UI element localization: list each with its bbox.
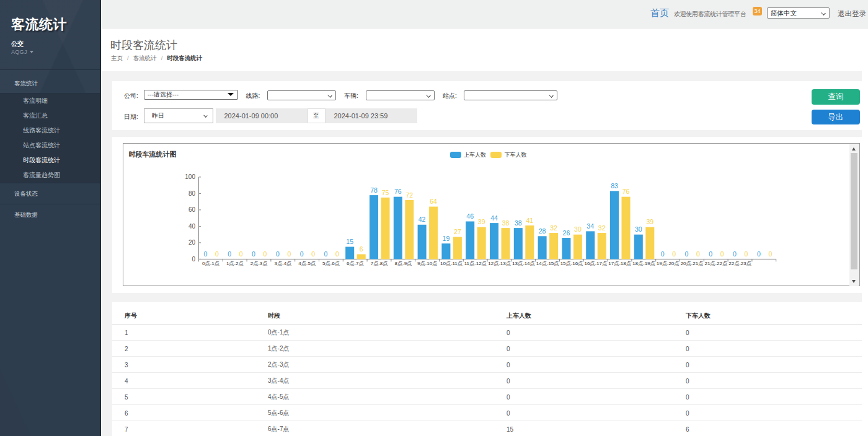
svg-text:0: 0 [768,250,772,258]
svg-text:38: 38 [514,219,521,227]
svg-text:21点-22点: 21点-22点 [704,261,727,266]
svg-text:0: 0 [684,250,688,258]
svg-text:12点-13点: 12点-13点 [488,261,510,266]
svg-text:78: 78 [370,186,378,194]
svg-text:42: 42 [418,216,425,223]
svg-text:17点-18点: 17点-18点 [608,261,631,266]
svg-text:72: 72 [405,191,413,199]
svg-text:5点-6点: 5点-6点 [322,261,340,266]
svg-text:30: 30 [574,225,582,233]
svg-text:76: 76 [394,188,401,195]
svg-text:0: 0 [252,250,255,258]
svg-text:32: 32 [550,224,557,232]
svg-text:40: 40 [188,223,195,230]
svg-text:16点-17点: 16点-17点 [584,261,606,266]
svg-text:28: 28 [538,227,546,235]
svg-text:6点-7点: 6点-7点 [346,261,363,266]
svg-text:7点-8点: 7点-8点 [370,261,388,266]
svg-text:0: 0 [744,250,748,258]
svg-text:0: 0 [215,250,218,258]
svg-text:60: 60 [188,206,195,213]
svg-text:19点-20点: 19点-20点 [656,261,678,266]
svg-text:20点-21点: 20点-21点 [680,261,702,266]
svg-text:0: 0 [275,250,279,258]
svg-text:80: 80 [188,190,195,197]
svg-text:0: 0 [335,250,339,258]
svg-text:9点-10点: 9点-10点 [417,261,437,266]
svg-text:0: 0 [263,250,267,258]
svg-text:76: 76 [622,188,629,195]
svg-text:44: 44 [490,214,498,222]
svg-text:0点-1点: 0点-1点 [202,261,219,266]
svg-text:1点-2点: 1点-2点 [226,261,243,266]
svg-text:11点-12点: 11点-12点 [464,261,486,266]
svg-text:14点-15点: 14点-15点 [536,261,558,266]
svg-text:100: 100 [185,173,195,180]
svg-text:39: 39 [646,218,653,225]
svg-text:3点-4点: 3点-4点 [274,261,291,266]
svg-text:75: 75 [381,189,389,196]
svg-text:15: 15 [346,238,353,245]
svg-text:19: 19 [442,235,450,242]
svg-text:41: 41 [526,217,533,224]
svg-text:30: 30 [634,225,642,233]
svg-text:18点-19点: 18点-19点 [632,261,655,266]
svg-text:83: 83 [611,182,618,190]
svg-text:0: 0 [709,250,712,258]
svg-text:15点-16点: 15点-16点 [560,261,582,266]
svg-text:46: 46 [466,212,474,220]
svg-text:0: 0 [660,250,664,258]
svg-text:0: 0 [733,250,737,258]
svg-text:0: 0 [192,256,195,263]
svg-text:4点-5点: 4点-5点 [298,261,316,266]
svg-text:0: 0 [696,250,699,258]
svg-text:26: 26 [562,229,570,237]
svg-text:38: 38 [502,219,509,227]
svg-text:0: 0 [287,250,291,258]
svg-text:8点-9点: 8点-9点 [394,261,412,266]
svg-text:20: 20 [188,239,195,246]
svg-text:27: 27 [454,228,461,235]
svg-text:0: 0 [324,250,327,258]
svg-text:13点-14点: 13点-14点 [512,261,534,266]
svg-text:10点-11点: 10点-11点 [440,261,462,266]
svg-text:0: 0 [203,250,207,258]
svg-text:32: 32 [598,224,605,232]
svg-text:39: 39 [477,218,485,225]
svg-text:64: 64 [430,198,437,205]
svg-text:34: 34 [587,222,594,230]
svg-text:22点-23点: 22点-23点 [728,261,751,266]
svg-text:0: 0 [228,250,231,258]
svg-text:0: 0 [311,250,315,258]
svg-text:6: 6 [359,245,363,253]
svg-text:0: 0 [720,250,724,258]
svg-text:0: 0 [299,250,303,258]
svg-text:0: 0 [672,250,676,258]
svg-text:0: 0 [756,250,760,258]
svg-text:2点-3点: 2点-3点 [250,261,267,266]
svg-text:0: 0 [239,250,242,258]
